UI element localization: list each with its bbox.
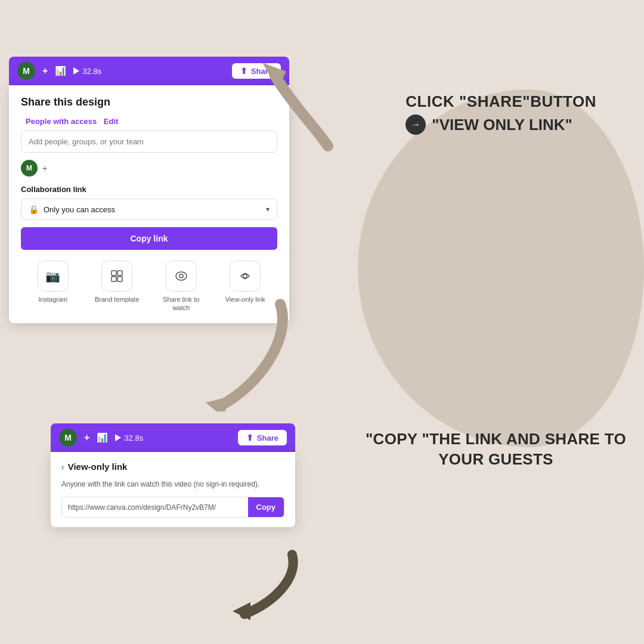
watch-icon <box>166 261 197 292</box>
back-icon: ‹ <box>61 462 64 472</box>
view-only-dialog: ‹ View-only link Anyone with the link ca… <box>51 452 295 527</box>
brand-label: Brand template <box>95 295 140 304</box>
add-icon[interactable]: + <box>42 66 48 76</box>
access-dropdown[interactable]: 🔒 Only you can access ▾ <box>21 199 277 220</box>
instruction-line1: CLICK "SHARE"BUTTON <box>405 92 596 111</box>
share-dialog: Share this design People with access Edi… <box>9 85 289 323</box>
share-option-instagram[interactable]: 📷 Instagram <box>29 261 77 312</box>
share-icon: ⬆ <box>240 66 247 76</box>
background-blob <box>358 89 644 447</box>
instagram-label: Instagram <box>38 295 67 304</box>
add-icon-bottom[interactable]: + <box>84 432 89 443</box>
brand-icon <box>101 261 132 292</box>
instruction-2: "COPY "THE LINK AND SHARE TOYOUR GUESTS <box>366 429 626 470</box>
play-icon-bottom <box>115 434 121 441</box>
add-people-input[interactable] <box>21 131 277 153</box>
toolbar-bottom: M + 📊 32.8s ⬆ Share <box>51 423 295 452</box>
collab-label: Collaboration link <box>21 185 277 194</box>
play-timer-bottom: 32.8s <box>115 434 143 442</box>
avatar-bottom: M <box>59 429 77 447</box>
instruction-1: CLICK "SHARE"BUTTON → "VIEW ONLY LINK" <box>405 92 596 135</box>
arrow-right-icon: → <box>405 114 426 135</box>
copy-button[interactable]: Copy <box>248 497 284 517</box>
toolbar-top: M + 📊 32.8s ⬆ Share <box>9 57 289 85</box>
view-only-title: View-only link <box>68 462 128 472</box>
chevron-down-icon: ▾ <box>266 205 270 213</box>
view-only-panel: M + 📊 32.8s ⬆ Share ‹ View-only link Any… <box>51 423 295 527</box>
svg-marker-1 <box>206 397 230 411</box>
instruction-line2: "VIEW ONLY LINK" <box>432 116 572 134</box>
chart-icon-bottom: 📊 <box>97 432 108 443</box>
dialog-title: Share this design <box>21 96 277 109</box>
share-button-bottom[interactable]: ⬆ Share <box>238 430 287 445</box>
back-row[interactable]: ‹ View-only link <box>61 462 284 472</box>
svg-point-8 <box>179 274 183 278</box>
avatar-top: M <box>17 62 35 80</box>
arrow-3 <box>227 543 304 620</box>
arrow-1 <box>256 57 340 152</box>
svg-rect-4 <box>117 271 122 275</box>
share-icon-bottom: ⬆ <box>246 433 253 442</box>
viewonly-icon <box>230 261 261 292</box>
play-timer: 32.8s <box>73 67 101 76</box>
play-icon <box>73 67 79 75</box>
link-copy-row: https://www.canva.com/design/DAFrNy2vB7M… <box>61 497 284 518</box>
svg-point-7 <box>176 272 187 280</box>
copy-link-button[interactable]: Copy link <box>21 227 277 250</box>
svg-rect-6 <box>117 277 122 281</box>
add-user-icon[interactable]: + <box>42 163 47 173</box>
link-url: https://www.canva.com/design/DAFrNy2vB7M… <box>62 498 248 517</box>
access-text: Only you can access <box>44 205 261 214</box>
chart-icon: 📊 <box>55 66 66 76</box>
share-panel: M + 📊 32.8s ⬆ Share Share this design Pe… <box>9 57 289 323</box>
instagram-icon: 📷 <box>38 261 69 292</box>
instruction-2-text: "COPY "THE LINK AND SHARE TOYOUR GUESTS <box>366 429 626 470</box>
svg-rect-5 <box>112 277 116 281</box>
user-avatar: M <box>21 160 38 177</box>
people-label: People with access Edit <box>21 117 277 126</box>
svg-rect-3 <box>112 271 116 275</box>
user-row: M + <box>21 160 277 177</box>
arrow-2 <box>197 292 292 411</box>
view-only-description: Anyone with the link can watch this vide… <box>61 479 284 490</box>
share-option-brand[interactable]: Brand template <box>93 261 141 312</box>
lock-icon: 🔒 <box>29 205 39 214</box>
